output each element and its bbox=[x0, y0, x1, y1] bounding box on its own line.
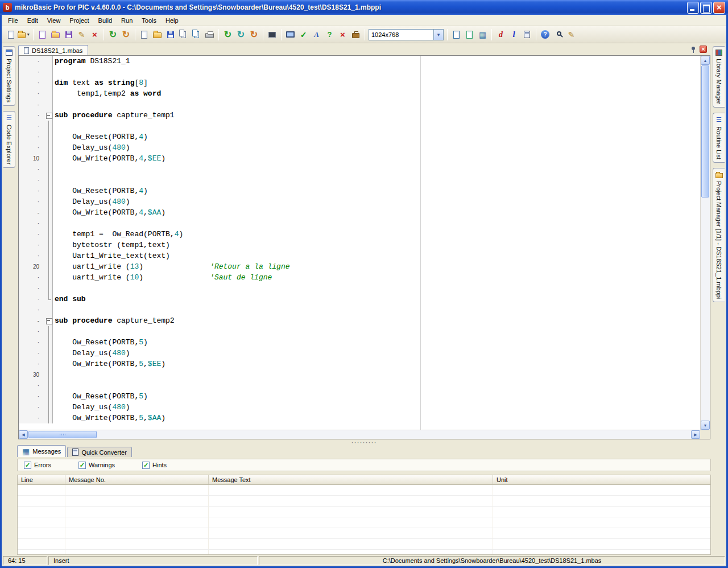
code-line[interactable]: · bbox=[19, 380, 700, 391]
code-line[interactable]: · Ow_Reset(PORTB,5) bbox=[19, 391, 700, 402]
gutter-marker[interactable]: · bbox=[19, 186, 45, 196]
gutter-marker[interactable]: · bbox=[19, 121, 45, 131]
gutter-marker[interactable]: · bbox=[19, 326, 45, 337]
refresh-project-button[interactable] bbox=[106, 28, 119, 41]
column-unit[interactable]: Unit bbox=[493, 475, 710, 484]
view-statistics-button[interactable] bbox=[476, 28, 489, 41]
gutter-marker[interactable]: · bbox=[19, 164, 45, 175]
code-line[interactable]: · Ow_Reset(PORTB,4) bbox=[19, 186, 700, 196]
code-line[interactable]: · uart1_write (10) 'Saut de ligne bbox=[19, 272, 700, 283]
library-manager-tool-button[interactable] bbox=[507, 28, 520, 41]
menu-file[interactable]: File bbox=[3, 16, 23, 25]
gutter-marker[interactable]: · bbox=[19, 391, 45, 402]
code-line[interactable]: · Ow_Write(PORTB,5,$EE) bbox=[19, 359, 700, 369]
scroll-down-icon[interactable] bbox=[701, 421, 710, 430]
code-line[interactable]: 20 uart1_write (13) 'Retour a la ligne bbox=[19, 261, 700, 272]
gutter-marker[interactable]: · bbox=[19, 131, 45, 142]
fold-toggle[interactable] bbox=[45, 315, 53, 326]
gutter-marker[interactable]: · bbox=[19, 294, 45, 304]
restore-button[interactable] bbox=[700, 2, 712, 14]
code-lines[interactable]: ·program DS18S21_1··dim text as string[8… bbox=[19, 56, 700, 430]
code-line[interactable]: ·sub procedure capture_temp1 bbox=[19, 110, 700, 121]
dock-tab-project-manager-1-1-ds18s21-1-mbppi[interactable]: Project Manager [1/1] - DS18S21_1.mbppi bbox=[713, 168, 725, 302]
editor-tab[interactable]: DS18S21_1.mbas bbox=[18, 45, 88, 55]
gutter-marker[interactable]: · bbox=[19, 359, 45, 369]
filter-warnings[interactable]: Warnings bbox=[78, 462, 115, 469]
errors-checkbox[interactable] bbox=[24, 462, 31, 469]
gutter-marker[interactable]: 30 bbox=[19, 369, 45, 380]
close-project-button[interactable] bbox=[88, 28, 101, 41]
edit-project-button[interactable] bbox=[75, 28, 88, 41]
help-button[interactable] bbox=[539, 28, 552, 41]
open-unit-button[interactable] bbox=[151, 28, 164, 41]
code-line[interactable]: · temp1 = Ow_Read(PORTB,4) bbox=[19, 229, 700, 240]
table-row[interactable] bbox=[18, 517, 710, 528]
gutter-marker[interactable]: · bbox=[19, 402, 45, 413]
code-line[interactable]: · Delay_us(480) bbox=[19, 196, 700, 207]
gutter-marker[interactable]: · bbox=[19, 196, 45, 207]
gutter-marker[interactable]: · bbox=[19, 175, 45, 186]
column-line[interactable]: Line bbox=[18, 475, 65, 484]
code-line[interactable]: 30 bbox=[19, 369, 700, 380]
scroll-right-icon[interactable] bbox=[691, 430, 700, 439]
code-line[interactable]: - Ow_Write(PORTB,4,$AA) bbox=[19, 207, 700, 218]
code-line[interactable]: · bbox=[19, 121, 700, 131]
column-message-text[interactable]: Message Text bbox=[209, 475, 493, 484]
gutter-marker[interactable]: · bbox=[19, 380, 45, 391]
edit-tools-button[interactable] bbox=[565, 28, 578, 41]
gutter-marker[interactable]: · bbox=[19, 283, 45, 294]
hints-checkbox[interactable] bbox=[142, 462, 150, 469]
debugger-button[interactable] bbox=[494, 28, 507, 41]
usart-terminal-button[interactable] bbox=[284, 28, 297, 41]
gutter-marker[interactable]: · bbox=[19, 77, 45, 88]
save-all-units-button[interactable] bbox=[177, 28, 190, 41]
gutter-marker[interactable]: · bbox=[19, 250, 45, 261]
calculator-button[interactable] bbox=[520, 28, 533, 41]
rebuild-all-sources-button[interactable] bbox=[234, 28, 247, 41]
code-line[interactable]: - bbox=[19, 99, 700, 110]
new-project-button[interactable] bbox=[36, 28, 49, 41]
code-line[interactable]: · Uart1_Write_text(text) bbox=[19, 250, 700, 261]
code-line[interactable]: 10 Ow_Write(PORTB,4,$EE) bbox=[19, 153, 700, 164]
code-line[interactable]: ·end sub bbox=[19, 294, 700, 304]
gutter-marker[interactable]: · bbox=[19, 348, 45, 359]
code-line[interactable]: · Delay_us(480) bbox=[19, 348, 700, 359]
gutter-marker[interactable]: · bbox=[19, 218, 45, 229]
find-button[interactable] bbox=[552, 28, 565, 41]
table-row[interactable] bbox=[18, 539, 710, 550]
code-line[interactable]: · bbox=[19, 283, 700, 294]
build-and-program-button[interactable] bbox=[266, 28, 279, 41]
options-button[interactable] bbox=[349, 28, 362, 41]
close-all-messages-button[interactable] bbox=[336, 28, 349, 41]
code-line[interactable]: ·dim text as string[8] bbox=[19, 77, 700, 88]
tab-messages[interactable]: Messages bbox=[17, 445, 66, 457]
close-button[interactable] bbox=[713, 2, 725, 14]
table-row[interactable] bbox=[18, 485, 710, 496]
scroll-left-icon[interactable] bbox=[19, 430, 28, 439]
close-editor-icon[interactable] bbox=[700, 46, 707, 53]
filter-errors[interactable]: Errors bbox=[24, 462, 51, 469]
gutter-marker[interactable]: · bbox=[19, 229, 45, 240]
horizontal-scrollbar[interactable] bbox=[19, 430, 700, 439]
save-unit-button[interactable] bbox=[164, 28, 177, 41]
revert-unit-button[interactable] bbox=[119, 28, 133, 41]
scroll-up-icon[interactable] bbox=[701, 56, 710, 65]
open-project-button[interactable] bbox=[49, 28, 62, 41]
code-line[interactable]: · bbox=[19, 218, 700, 229]
copy-unit-button[interactable] bbox=[190, 28, 203, 41]
panel-splitter[interactable] bbox=[2, 439, 726, 445]
table-row[interactable] bbox=[18, 496, 710, 507]
fold-toggle[interactable] bbox=[45, 110, 53, 121]
code-line[interactable]: · bbox=[19, 164, 700, 175]
warnings-checkbox[interactable] bbox=[78, 462, 86, 469]
save-project-button[interactable] bbox=[62, 28, 75, 41]
new-file-button[interactable] bbox=[5, 28, 18, 41]
code-line[interactable]: · temp1,temp2 as word bbox=[19, 88, 700, 99]
open-file-button[interactable] bbox=[18, 28, 31, 41]
menu-edit[interactable]: Edit bbox=[23, 16, 43, 25]
code-line[interactable]: · bbox=[19, 326, 700, 337]
menu-project[interactable]: Project bbox=[65, 16, 93, 25]
gutter-marker[interactable]: · bbox=[19, 304, 45, 315]
build-all-projects-button[interactable] bbox=[247, 28, 260, 41]
gutter-marker[interactable]: · bbox=[19, 67, 45, 77]
